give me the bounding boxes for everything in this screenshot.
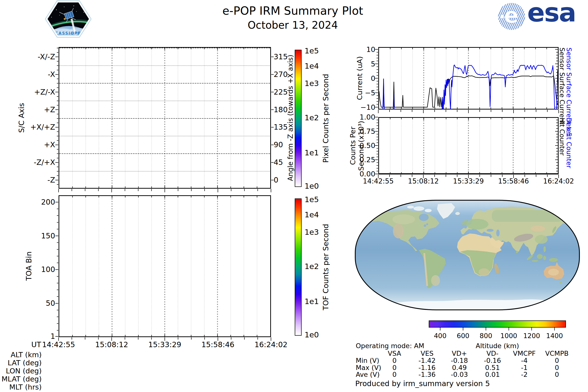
- right-time-tick-1: 14:42:55: [363, 178, 394, 185]
- sc-ytick-2: -X: [48, 70, 55, 78]
- table-row-label-0: Min (V): [356, 357, 379, 364]
- table-col-ves: VES: [421, 350, 434, 357]
- toa-ytick-150: 150: [41, 232, 55, 240]
- table-cell-1-5: 0: [555, 364, 559, 371]
- counts-ytick-0.75: 0.75: [360, 128, 375, 135]
- current-ytick-5: 5: [371, 60, 375, 68]
- counts-ytick-1.00: 1.00: [360, 114, 375, 121]
- left-time-tick-4: 15:58:46: [202, 341, 234, 349]
- patch-cassiope-text: CASSIOPE: [55, 31, 81, 36]
- table-cell-2-3: 0.01: [485, 371, 500, 378]
- esa-globe-dot: [500, 15, 504, 18]
- pixel-cbar-tick-1e0: 1e0: [304, 182, 319, 190]
- operating-mode: Operating mode: AM: [356, 342, 424, 349]
- angle-tick-4: 180: [274, 106, 288, 114]
- current-ylabel: Current (uA): [356, 56, 363, 100]
- sc-ytick-5: +X/+Z: [30, 124, 55, 131]
- angle-tick-8: 0: [274, 176, 278, 184]
- produced-by: Produced by irm_summary version 5: [355, 380, 490, 388]
- legend-hit-counter: Hit Counter: [558, 118, 566, 156]
- map-iceland: [456, 212, 460, 214]
- world-map: [355, 200, 580, 310]
- angle-tick-5: 135: [274, 124, 288, 131]
- esa-globe-letter: e: [504, 3, 519, 28]
- left-time-tick-2: 15:08:12: [95, 341, 128, 349]
- tof-cbar-tick-1e3: 1e3: [304, 228, 319, 236]
- altitude-tick-1200: 1200: [523, 332, 540, 339]
- altitude-colorbar: [429, 320, 566, 328]
- counts-ylabel-line1: Counts Per: [349, 127, 356, 165]
- pixel-cbar-tick-1e2: 1e2: [304, 114, 319, 122]
- table-cell-0-0: 0: [392, 357, 396, 364]
- sc-ytick-4: +Z: [44, 106, 55, 114]
- table-col-vsa: VSA: [388, 350, 401, 357]
- footer-row-mlt: MLT (hrs): [9, 384, 42, 391]
- current-plot: [378, 47, 558, 110]
- ut-label: UT: [31, 341, 41, 349]
- toa-ylabel: TOA Bin: [25, 251, 33, 280]
- page: CASSIOPE e-POP IRM Summary Plot October …: [0, 0, 588, 392]
- table-col-vd-: VD-: [486, 350, 498, 357]
- angle-tick-6: 90: [274, 141, 283, 149]
- table-cell-2-2: -0.03: [451, 371, 468, 378]
- current-ytick-0: 0: [371, 74, 375, 82]
- footer-row-lat: LAT (deg): [8, 359, 42, 366]
- footer-row-mlat: MLAT (deg): [2, 375, 42, 383]
- legend-detect-counter: Detect Counter: [566, 118, 572, 168]
- table-cell-2-1: -1.36: [418, 371, 436, 378]
- pixel-cbar-tick-1e3: 1e3: [304, 80, 319, 88]
- left-time-tick-5: 16:24:02: [254, 341, 288, 349]
- altitude-tick-800: 800: [480, 332, 492, 339]
- right-time-tick-4: 15:58:46: [498, 178, 529, 185]
- right-time-tick-2: 15:08:12: [408, 178, 439, 185]
- table-cell-0-4: -4: [521, 357, 528, 364]
- altitude-colorbar-label: Altitude (km): [476, 342, 519, 349]
- altitude-tick-400: 400: [434, 332, 447, 339]
- angle-tick-7: 45: [274, 158, 283, 166]
- angle-axis-label: Angle from -Z axis (towards +X axis): [287, 55, 294, 181]
- table-row-label-2: Ave (V): [356, 371, 380, 378]
- left-time-tick-3: 15:33:29: [148, 341, 181, 349]
- table-cell-2-5: 0: [555, 371, 559, 378]
- altitude-tick-600: 600: [457, 332, 470, 339]
- footer-row-alt: ALT (km): [10, 351, 42, 358]
- sc-ytick-6: +X: [44, 141, 55, 149]
- table-cell-2-0: 0: [392, 371, 396, 378]
- tof-cbar-tick-1e4: 1e4: [304, 211, 319, 219]
- sc-axis-plot: [58, 47, 271, 189]
- pixel-cbar-tick-1e1: 1e1: [304, 149, 319, 157]
- angle-tick-3: 225: [274, 88, 288, 96]
- tof-cbar-tick-1e1: 1e1: [304, 298, 319, 306]
- esa-globe-icon: e: [498, 3, 525, 30]
- table-col-vd+: VD+: [452, 350, 467, 357]
- page-title: e-POP IRM Summary Plot: [222, 5, 363, 17]
- sc-ytick-7: -Z/+X: [34, 158, 55, 166]
- sc-ytick-8: -Z: [48, 176, 55, 184]
- table-cell-1-4: -1: [521, 364, 528, 371]
- tof-cbar-tick-1e2: 1e2: [304, 262, 319, 270]
- page-date: October 13, 2024: [248, 20, 338, 30]
- current-ytick--5: −5: [365, 89, 375, 96]
- sc-ytick-3: +Z/-X: [34, 88, 55, 96]
- table-cell-0-2: -0.18: [451, 357, 468, 364]
- counts-ytick-0.25: 0.25: [360, 156, 375, 164]
- pixel-cbar-tick-1e4: 1e4: [304, 62, 319, 70]
- table-cell-1-3: 0.51: [485, 364, 500, 371]
- tof-counts-colorbar: [295, 198, 302, 336]
- cassiope-mission-patch: CASSIOPE: [0, 0, 103, 42]
- counts-plot: [378, 117, 558, 174]
- right-time-tick-3: 15:33:29: [453, 178, 484, 185]
- sc-ytick-1: -X/-Z: [38, 53, 55, 61]
- toa-bin-plot: [58, 195, 271, 337]
- altitude-tick-1000: 1000: [500, 332, 517, 339]
- current-ytick--10: −10: [360, 104, 375, 111]
- table-cell-0-5: 0: [555, 357, 559, 364]
- table-cell-1-2: 0.49: [452, 364, 467, 371]
- table-cell-0-1: -1.42: [418, 357, 436, 364]
- esa-wordmark: esa: [527, 0, 576, 26]
- tof-colorbar-label: TOF Counts per Second: [322, 224, 330, 310]
- legend-sensor-surface-current: Sensor Surface Current: [558, 48, 566, 124]
- table-cell-0-3: -0.16: [484, 357, 501, 364]
- counts-ytick-0.00: 0.00: [360, 170, 375, 178]
- altitude-tick-1400: 1400: [546, 332, 563, 339]
